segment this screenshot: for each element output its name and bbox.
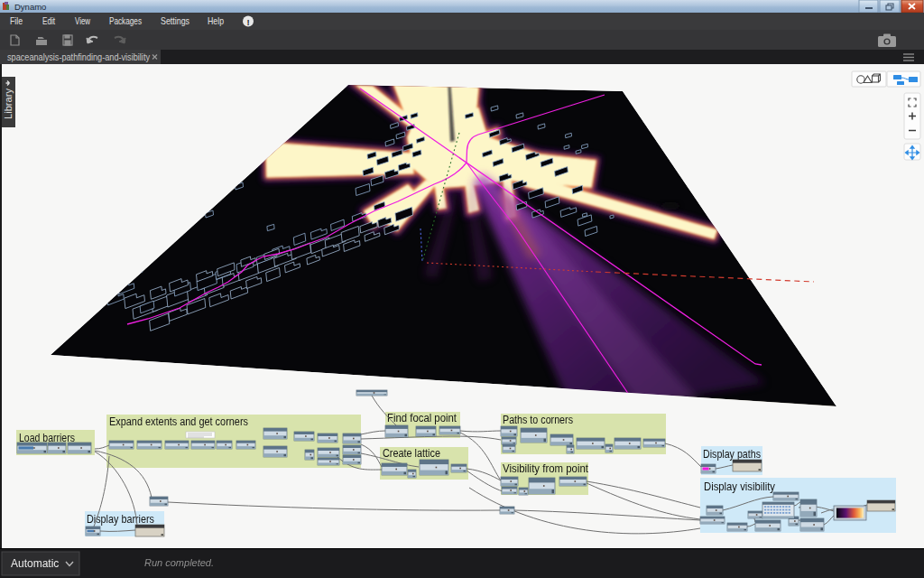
svg-text:Automatic: Automatic [11,557,59,570]
svg-text:Help: Help [208,15,224,26]
svg-text:!: ! [246,17,249,27]
svg-text:Display paths: Display paths [703,447,761,461]
svg-text:Paths to corners: Paths to corners [503,414,573,426]
svg-text:Create lattice: Create lattice [383,447,440,460]
svg-text:spaceanalysis-pathfinding-and-: spaceanalysis-pathfinding-and-visibility [7,51,150,62]
svg-text:Visibility from point: Visibility from point [503,462,589,475]
svg-text:Packages: Packages [109,15,142,26]
svg-text:Display visibility: Display visibility [704,480,775,493]
svg-text:Find focal point: Find focal point [387,412,457,424]
svg-text:File: File [10,15,23,26]
svg-text:Run completed.: Run completed. [144,557,214,568]
svg-text:Library: Library [4,89,14,119]
svg-text:Edit: Edit [42,15,56,26]
svg-text:Settings: Settings [161,15,189,26]
svg-text:Dynamo: Dynamo [14,2,46,12]
svg-text:Expand extents and get corners: Expand extents and get corners [109,415,248,428]
svg-text:View: View [75,15,90,26]
